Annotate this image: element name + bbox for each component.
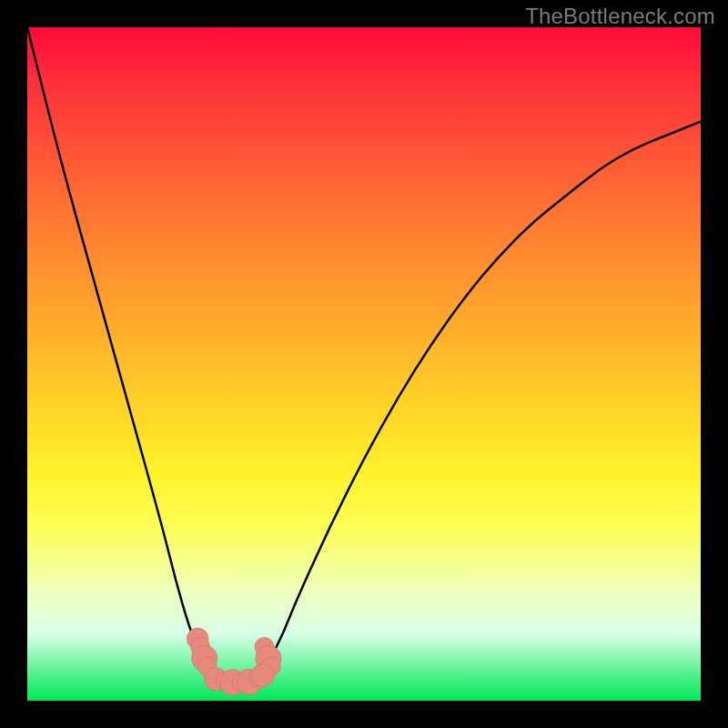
plot-area [27,27,701,701]
curve-svg [27,27,701,701]
watermark-text: TheBottleneck.com [525,4,715,29]
chart-frame: TheBottleneck.com [0,0,728,728]
bottleneck-curve [27,27,701,687]
marker-group [187,628,281,695]
data-marker [251,663,274,686]
